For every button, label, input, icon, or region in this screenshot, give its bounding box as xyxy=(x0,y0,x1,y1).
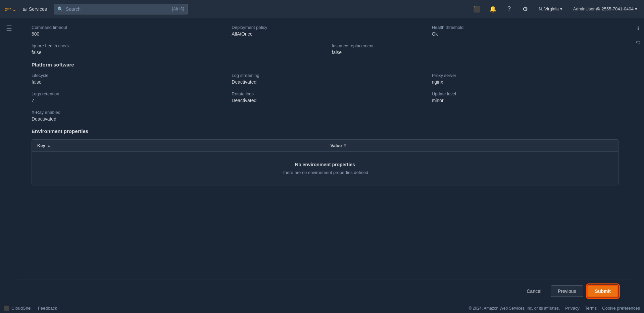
table-empty-state: No environment properties There are no e… xyxy=(32,152,618,185)
log-streaming-field: Log streaming Deactivated xyxy=(232,73,418,85)
env-properties-table: Key ▲ Value ▽ No environment properties … xyxy=(32,139,618,185)
logs-retention-value: 7 xyxy=(32,98,218,103)
command-timeout-field: Command timeout 600 xyxy=(32,25,218,37)
rotate-logs-label: Rotate logs xyxy=(232,91,418,96)
privacy-link[interactable]: Privacy xyxy=(565,306,580,311)
services-button[interactable]: ⊞ Services xyxy=(20,5,50,13)
region-label: N. Virginia xyxy=(539,6,559,11)
svg-text:aws: aws xyxy=(5,6,11,10)
proxy-server-label: Proxy server xyxy=(432,73,618,78)
sort-ascending-icon: ▲ xyxy=(47,144,51,147)
xray-enabled-value: Deactivated xyxy=(32,116,223,122)
instance-replacement-label: Instance replacement xyxy=(332,43,619,48)
cloudshell-label: CloudShell xyxy=(11,306,33,311)
region-arrow: ▾ xyxy=(560,6,562,11)
help-icon[interactable]: ? xyxy=(504,4,514,14)
table-header: Key ▲ Value ▽ xyxy=(32,140,618,152)
update-level-field: Update level minor xyxy=(432,91,618,103)
region-button[interactable]: N. Virginia ▾ xyxy=(536,5,565,13)
xray-enabled-field: X-Ray enabled Deactivated xyxy=(32,110,223,122)
log-streaming-label: Log streaming xyxy=(232,73,418,78)
ignore-health-check-field: Ignore health check false xyxy=(32,43,318,55)
env-properties-header: Environment properties xyxy=(32,128,618,134)
no-env-desc: There are no environment properties defi… xyxy=(37,170,613,175)
copyright-text: © 2024, Amazon Web Services, Inc. or its… xyxy=(468,306,560,311)
cookie-preferences-link[interactable]: Cookie preferences xyxy=(602,306,640,311)
account-label: AdminUser @ 2555-7041-0404 xyxy=(573,6,634,11)
grid-icon: ⊞ xyxy=(23,6,27,12)
deployment-policy-label: Deployment policy xyxy=(232,25,418,30)
row-xray: X-Ray enabled Deactivated xyxy=(32,110,618,122)
logs-retention-field: Logs retention 7 xyxy=(32,91,218,103)
lifecycle-label: Lifecycle xyxy=(32,73,218,78)
command-timeout-value: 600 xyxy=(32,31,218,37)
cloudshell-button[interactable]: ⬛ CloudShell xyxy=(4,306,33,311)
lifecycle-value: false xyxy=(32,79,218,85)
nav-right: ⬛ 🔔 ? ⚙ N. Virginia ▾ AdminUser @ 2555-7… xyxy=(472,4,640,14)
bell-icon[interactable]: 🔔 xyxy=(488,4,498,14)
ignore-health-check-label: Ignore health check xyxy=(32,43,318,48)
shield-icon[interactable]: 🛡 xyxy=(632,36,644,50)
settings-icon[interactable]: ⚙ xyxy=(520,4,531,14)
ignore-health-check-value: false xyxy=(32,50,318,55)
search-bar[interactable]: 🔍 [Alt+S] xyxy=(54,4,188,14)
main-content: Command timeout 600 Deployment policy Al… xyxy=(18,18,632,303)
right-sidebar: ℹ 🛡 xyxy=(632,18,644,303)
sidebar-menu-icon[interactable]: ☰ xyxy=(2,21,16,35)
table-value-header[interactable]: Value ▽ xyxy=(325,140,618,151)
health-threshold-value: Ok xyxy=(432,31,618,37)
platform-software-header: Platform software xyxy=(32,62,618,68)
cloudshell-icon: ⬛ xyxy=(4,306,9,311)
sort-descending-icon: ▽ xyxy=(344,144,346,147)
submit-button[interactable]: Submit xyxy=(587,285,618,298)
instance-replacement-field: Instance replacement false xyxy=(332,43,619,55)
environment-properties-section: Environment properties Key ▲ Value ▽ No … xyxy=(32,128,618,185)
bottom-bar: ⬛ CloudShell Feedback © 2024, Amazon Web… xyxy=(0,303,644,313)
row-lifecycle-logstream-proxy: Lifecycle false Log streaming Deactivate… xyxy=(32,73,618,85)
instance-replacement-value: false xyxy=(332,50,619,55)
update-level-value: minor xyxy=(432,98,618,103)
xray-enabled-label: X-Ray enabled xyxy=(32,110,223,115)
aws-logo[interactable]: aws xyxy=(4,3,16,15)
info-icon[interactable]: ℹ xyxy=(632,21,644,35)
account-arrow: ▾ xyxy=(635,6,637,11)
health-threshold-label: Health threshold xyxy=(432,25,618,30)
services-label: Services xyxy=(29,6,47,12)
row-command-deployment-health: Command timeout 600 Deployment policy Al… xyxy=(32,25,618,37)
content-panel: Command timeout 600 Deployment policy Al… xyxy=(18,18,632,303)
search-icon: 🔍 xyxy=(57,6,63,12)
footer-actions: Cancel Previous Submit xyxy=(18,279,632,303)
command-timeout-label: Command timeout xyxy=(32,25,218,30)
row-ignore-instance: Ignore health check false Instance repla… xyxy=(32,43,618,55)
cancel-button[interactable]: Cancel xyxy=(521,286,547,297)
feedback-button[interactable]: Feedback xyxy=(38,306,57,311)
search-input[interactable] xyxy=(66,6,166,12)
account-button[interactable]: AdminUser @ 2555-7041-0404 ▾ xyxy=(571,5,640,13)
proxy-server-value: nginx xyxy=(432,79,618,85)
log-streaming-value: Deactivated xyxy=(232,79,418,85)
deployment-policy-value: AllAtOnce xyxy=(232,31,418,37)
no-env-title: No environment properties xyxy=(37,162,613,167)
health-threshold-field: Health threshold Ok xyxy=(432,25,618,37)
bottom-right: © 2024, Amazon Web Services, Inc. or its… xyxy=(468,306,640,311)
rotate-logs-field: Rotate logs Deactivated xyxy=(232,91,418,103)
rotate-logs-value: Deactivated xyxy=(232,98,418,103)
deployment-policy-field: Deployment policy AllAtOnce xyxy=(232,25,418,37)
row-logs-rotate-update: Logs retention 7 Rotate logs Deactivated… xyxy=(32,91,618,103)
previous-button[interactable]: Previous xyxy=(551,285,583,297)
terminal-icon[interactable]: ⬛ xyxy=(472,4,482,14)
table-key-header[interactable]: Key ▲ xyxy=(32,140,325,151)
proxy-server-field: Proxy server nginx xyxy=(432,73,618,85)
logs-retention-label: Logs retention xyxy=(32,91,218,96)
search-shortcut: [Alt+S] xyxy=(172,7,184,11)
top-navigation: aws ⊞ Services 🔍 [Alt+S] ⬛ 🔔 ? ⚙ N. Virg… xyxy=(0,0,644,18)
lifecycle-field: Lifecycle false xyxy=(32,73,218,85)
update-level-label: Update level xyxy=(432,91,618,96)
terms-link[interactable]: Terms xyxy=(585,306,597,311)
left-sidebar: ☰ xyxy=(0,18,18,303)
